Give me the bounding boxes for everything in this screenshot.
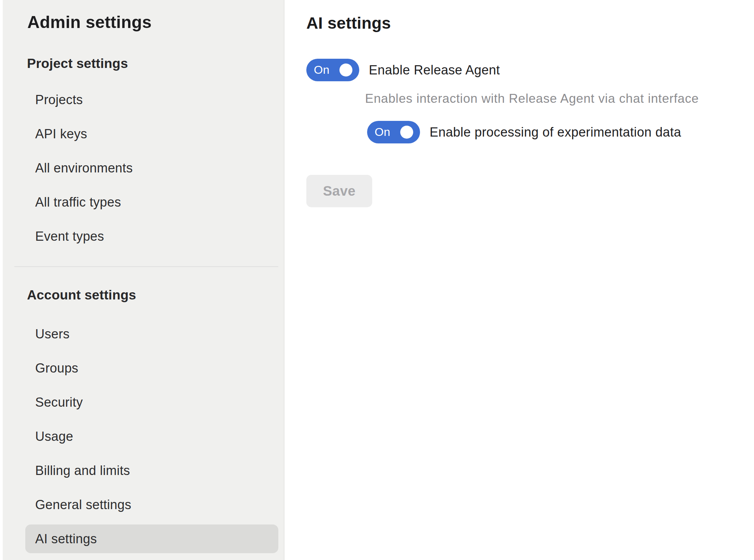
sidebar-item-usage[interactable]: Usage bbox=[25, 419, 278, 453]
experimentation-data-toggle[interactable]: On bbox=[367, 121, 420, 143]
sidebar-item-general-settings[interactable]: General settings bbox=[25, 488, 278, 522]
ai-settings-panel: AI settings On Enable Release Agent Enab… bbox=[285, 0, 754, 560]
sidebar-title: Admin settings bbox=[27, 12, 284, 32]
page-title: AI settings bbox=[306, 14, 754, 33]
release-agent-toggle[interactable]: On bbox=[306, 59, 359, 81]
sidebar-item-users[interactable]: Users bbox=[25, 317, 278, 351]
project-settings-nav: Projects API keys All environments All t… bbox=[25, 83, 284, 253]
sidebar-item-all-traffic-types[interactable]: All traffic types bbox=[25, 185, 278, 219]
sidebar-item-ai-settings[interactable]: AI settings bbox=[25, 524, 278, 553]
sidebar-item-event-types[interactable]: Event types bbox=[25, 219, 278, 253]
sidebar-item-all-environments[interactable]: All environments bbox=[25, 151, 278, 185]
toggle-on-label: On bbox=[375, 121, 390, 143]
release-agent-description: Enables interaction with Release Agent v… bbox=[365, 91, 754, 107]
experimentation-data-row: On Enable processing of experimentation … bbox=[367, 121, 754, 143]
experimentation-data-label: Enable processing of experimentation dat… bbox=[430, 125, 681, 140]
sidebar-item-billing-and-limits[interactable]: Billing and limits bbox=[25, 453, 278, 488]
release-agent-label: Enable Release Agent bbox=[369, 63, 500, 78]
toggle-on-label: On bbox=[314, 59, 330, 81]
toggle-knob bbox=[339, 64, 352, 76]
toggle-knob bbox=[400, 126, 413, 139]
save-button[interactable]: Save bbox=[306, 175, 372, 207]
sidebar-item-security[interactable]: Security bbox=[25, 385, 278, 419]
section-label-account-settings: Account settings bbox=[27, 287, 284, 303]
admin-settings-sidebar: Admin settings Project settings Projects… bbox=[3, 0, 284, 560]
sidebar-item-api-keys[interactable]: API keys bbox=[25, 117, 278, 151]
section-label-project-settings: Project settings bbox=[27, 55, 284, 72]
release-agent-row: On Enable Release Agent bbox=[306, 59, 754, 81]
sidebar-item-groups[interactable]: Groups bbox=[25, 351, 278, 385]
sidebar-item-projects[interactable]: Projects bbox=[25, 83, 278, 117]
account-settings-nav: Users Groups Security Usage Billing and … bbox=[25, 317, 284, 553]
sidebar-divider bbox=[14, 266, 278, 267]
